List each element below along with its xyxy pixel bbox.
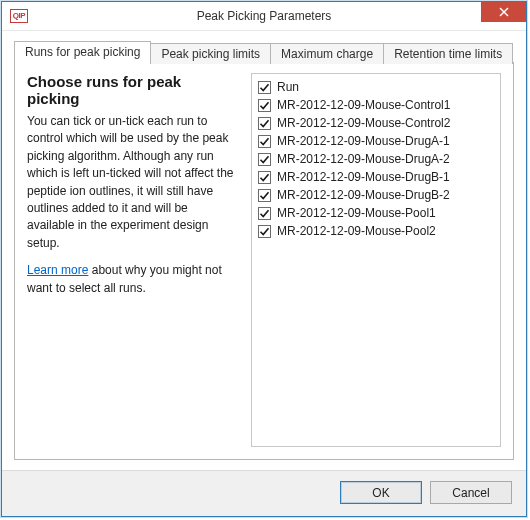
run-list[interactable]: RunMR-2012-12-09-Mouse-Control1MR-2012-1… <box>251 73 501 447</box>
tab-peak-picking-limits[interactable]: Peak picking limits <box>150 43 271 64</box>
learn-more-link[interactable]: Learn more <box>27 263 88 277</box>
checkbox-icon[interactable] <box>258 135 271 148</box>
panel-description: You can tick or un-tick each run to cont… <box>27 113 237 252</box>
run-label: MR-2012-12-09-Mouse-Pool2 <box>277 224 436 238</box>
panel-content: Choose runs for peak picking You can tic… <box>27 73 501 447</box>
svg-rect-5 <box>259 135 271 147</box>
svg-rect-9 <box>259 207 271 219</box>
checkbox-icon[interactable] <box>258 225 271 238</box>
checkbox-icon[interactable] <box>258 153 271 166</box>
tab-maximum-charge[interactable]: Maximum charge <box>270 43 384 64</box>
run-row[interactable]: MR-2012-12-09-Mouse-Control2 <box>258 114 494 132</box>
svg-rect-4 <box>259 117 271 129</box>
description-column: Choose runs for peak picking You can tic… <box>27 73 237 447</box>
run-label: MR-2012-12-09-Mouse-DrugA-1 <box>277 134 450 148</box>
tab-retention-time-limits[interactable]: Retention time limits <box>383 43 513 64</box>
svg-rect-6 <box>259 153 271 165</box>
run-label: MR-2012-12-09-Mouse-Control2 <box>277 116 450 130</box>
run-row[interactable]: MR-2012-12-09-Mouse-DrugB-2 <box>258 186 494 204</box>
run-list-header-label: Run <box>277 80 299 94</box>
svg-rect-10 <box>259 225 271 237</box>
dialog-body: Runs for peak pickingPeak picking limits… <box>2 31 526 470</box>
checkbox-icon[interactable] <box>258 171 271 184</box>
checkbox-icon[interactable] <box>258 207 271 220</box>
svg-rect-2 <box>259 81 271 93</box>
run-label: MR-2012-12-09-Mouse-Control1 <box>277 98 450 112</box>
button-row: OK Cancel <box>2 470 526 516</box>
dialog-window: QIP Peak Picking Parameters Runs for pea… <box>1 1 527 517</box>
run-label: MR-2012-12-09-Mouse-Pool1 <box>277 206 436 220</box>
checkbox-icon[interactable] <box>258 117 271 130</box>
run-list-header: Run <box>258 78 494 96</box>
run-row[interactable]: MR-2012-12-09-Mouse-DrugA-2 <box>258 150 494 168</box>
run-label: MR-2012-12-09-Mouse-DrugB-1 <box>277 170 450 184</box>
tab-runs-for-peak-picking[interactable]: Runs for peak picking <box>14 41 151 63</box>
run-row[interactable]: MR-2012-12-09-Mouse-Pool2 <box>258 222 494 240</box>
checkbox-icon[interactable] <box>258 81 271 94</box>
run-row[interactable]: MR-2012-12-09-Mouse-Pool1 <box>258 204 494 222</box>
svg-rect-7 <box>259 171 271 183</box>
svg-rect-3 <box>259 99 271 111</box>
run-row[interactable]: MR-2012-12-09-Mouse-DrugB-1 <box>258 168 494 186</box>
close-icon <box>499 7 509 17</box>
tab-panel-runs: Choose runs for peak picking You can tic… <box>14 62 514 460</box>
svg-rect-8 <box>259 189 271 201</box>
panel-heading: Choose runs for peak picking <box>27 73 237 107</box>
tabstrip: Runs for peak pickingPeak picking limits… <box>14 41 514 63</box>
learn-more-line: Learn more about why you might not want … <box>27 262 237 297</box>
run-label: MR-2012-12-09-Mouse-DrugA-2 <box>277 152 450 166</box>
window-title: Peak Picking Parameters <box>2 9 526 23</box>
checkbox-icon[interactable] <box>258 99 271 112</box>
titlebar: QIP Peak Picking Parameters <box>2 2 526 31</box>
checkbox-icon[interactable] <box>258 189 271 202</box>
cancel-button[interactable]: Cancel <box>430 481 512 504</box>
run-row[interactable]: MR-2012-12-09-Mouse-Control1 <box>258 96 494 114</box>
close-button[interactable] <box>481 2 526 22</box>
ok-button[interactable]: OK <box>340 481 422 504</box>
run-label: MR-2012-12-09-Mouse-DrugB-2 <box>277 188 450 202</box>
run-row[interactable]: MR-2012-12-09-Mouse-DrugA-1 <box>258 132 494 150</box>
